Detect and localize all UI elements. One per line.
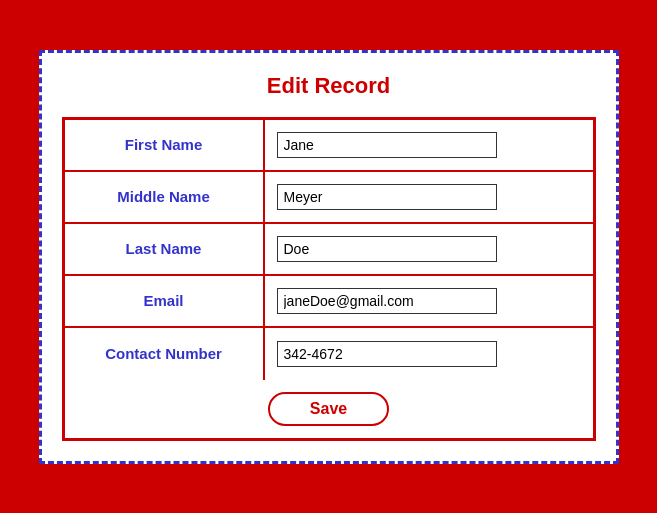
label-contact-number: Contact Number bbox=[65, 328, 265, 380]
row-last-name: Last Name bbox=[65, 224, 593, 276]
label-middle-name: Middle Name bbox=[65, 172, 265, 222]
input-last-name[interactable] bbox=[277, 236, 497, 262]
input-email[interactable] bbox=[277, 288, 497, 314]
input-first-name[interactable] bbox=[277, 132, 497, 158]
outer-container: Edit Record First NameMiddle NameLast Na… bbox=[39, 50, 619, 464]
input-middle-name[interactable] bbox=[277, 184, 497, 210]
label-first-name: First Name bbox=[65, 120, 265, 170]
form-container: First NameMiddle NameLast NameEmailConta… bbox=[62, 117, 596, 441]
row-first-name: First Name bbox=[65, 120, 593, 172]
save-row: Save bbox=[65, 380, 593, 438]
input-contact-number[interactable] bbox=[277, 341, 497, 367]
input-cell-email bbox=[265, 280, 593, 322]
row-contact-number: Contact Number bbox=[65, 328, 593, 380]
label-last-name: Last Name bbox=[65, 224, 265, 274]
row-email: Email bbox=[65, 276, 593, 328]
input-cell-last-name bbox=[265, 228, 593, 270]
row-middle-name: Middle Name bbox=[65, 172, 593, 224]
page-title: Edit Record bbox=[62, 73, 596, 99]
input-cell-middle-name bbox=[265, 176, 593, 218]
input-cell-contact-number bbox=[265, 333, 593, 375]
input-cell-first-name bbox=[265, 124, 593, 166]
label-email: Email bbox=[65, 276, 265, 326]
save-button[interactable]: Save bbox=[268, 392, 389, 426]
